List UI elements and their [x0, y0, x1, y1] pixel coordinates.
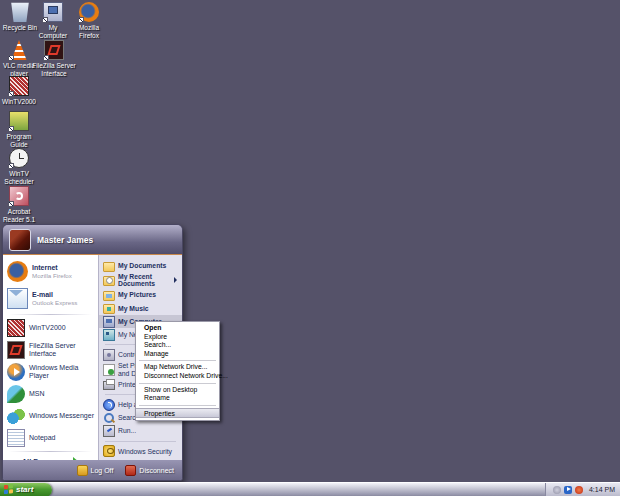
filezilla-icon: [7, 341, 25, 359]
shortcut-arrow-badge: [8, 91, 14, 97]
desktop-icon-wintv2000[interactable]: WinTV2000: [0, 76, 38, 106]
menu-item-label: FileZilla Server Interface: [29, 342, 94, 358]
icon-frame: [9, 76, 29, 96]
submenu-arrow-icon: [174, 277, 177, 283]
icon-frame: [9, 40, 29, 60]
menu-item-label: My Documents: [118, 262, 166, 269]
menu-item-text: InternetMozilla Firefox: [32, 264, 72, 279]
disconnect-button[interactable]: Disconnect: [125, 465, 174, 476]
menu-item-text: Notepad: [29, 434, 55, 442]
context-menu-item-show-on-desktop[interactable]: Show on Desktop: [136, 386, 219, 395]
menu-item-label: My Pictures: [118, 291, 156, 298]
search-icon: [103, 412, 115, 424]
icon-frame: [79, 2, 99, 22]
start-button-label: start: [16, 485, 33, 494]
menu-item-sublabel: Mozilla Firefox: [32, 272, 72, 279]
start-menu-item-e-mail[interactable]: E-mailOutlook Express: [5, 285, 96, 312]
help-icon: [103, 399, 115, 411]
start-menu-item-my-recent-documents[interactable]: My Recent Documents: [99, 272, 182, 288]
desktop-icon-filezilla-server-interface[interactable]: FileZilla Server Interface: [32, 40, 76, 78]
printer-icon: [103, 381, 115, 390]
shortcut-arrow-badge: [8, 163, 14, 169]
vlc-tray-icon[interactable]: [575, 486, 583, 494]
shortcut-arrow-badge: [8, 201, 14, 207]
menu-item-label: E-mail: [32, 291, 77, 299]
pics-icon: [103, 291, 115, 301]
start-menu-item-windows-security[interactable]: Windows Security: [99, 445, 182, 458]
desktop-icon-program-guide[interactable]: Program Guide: [0, 111, 38, 149]
menu-item-label: My Music: [118, 305, 149, 312]
start-menu-item-windows-media-player[interactable]: Windows Media Player: [5, 361, 96, 383]
wmp-icon: [7, 363, 25, 381]
icon-frame: [43, 2, 63, 22]
start-menu-item-my-documents[interactable]: My Documents: [99, 259, 182, 272]
taskbar: start 4:14 PM: [0, 482, 620, 496]
separator: [105, 441, 176, 442]
separator: [139, 405, 216, 406]
desktop: Recycle BinMy ComputerMozilla FirefoxVLC…: [0, 0, 620, 496]
menu-item-label: WinTV2000: [29, 324, 66, 332]
computer-icon: [103, 316, 115, 328]
start-menu-item-wintv2000[interactable]: WinTV2000: [5, 317, 96, 339]
recycle-bin-icon: [10, 2, 30, 22]
start-menu-item-internet[interactable]: InternetMozilla Firefox: [5, 258, 96, 285]
music-icon: [103, 304, 115, 314]
menu-item-label: MSN: [29, 390, 45, 398]
menu-item-text: MSN: [29, 390, 45, 398]
icon-frame: [9, 186, 29, 206]
start-button[interactable]: start: [0, 483, 52, 496]
start-menu-item-run[interactable]: Run...: [99, 425, 182, 438]
menu-item-sublabel: Outlook Express: [32, 299, 77, 306]
control-icon: [103, 349, 115, 361]
desktop-icon-acrobat-reader-5-1[interactable]: Acrobat Reader 5.1: [0, 186, 38, 224]
start-menu-item-filezilla-server-interface[interactable]: FileZilla Server Interface: [5, 339, 96, 361]
volume-tray-icon[interactable]: [553, 486, 561, 494]
context-menu-item-open[interactable]: Open: [136, 324, 219, 333]
menu-item-text: Windows Messenger: [29, 412, 94, 420]
system-tray: 4:14 PM: [545, 483, 620, 496]
context-menu-item-search[interactable]: Search...: [136, 341, 219, 350]
start-menu-item-my-pictures[interactable]: My Pictures: [99, 288, 182, 301]
context-menu-item-explore[interactable]: Explore: [136, 333, 219, 342]
media-player-tray-icon[interactable]: [564, 486, 572, 494]
context-menu-item-map-network-drive[interactable]: Map Network Drive...: [136, 363, 219, 372]
log-off-button[interactable]: Log Off: [77, 465, 114, 476]
context-menu-item-manage[interactable]: Manage: [136, 350, 219, 359]
menu-item-label: Windows Security: [118, 448, 172, 455]
run-icon: [103, 425, 115, 437]
log-off-label: Log Off: [91, 467, 114, 474]
firefox-icon: [7, 261, 28, 282]
disconnect-label: Disconnect: [139, 467, 174, 474]
desktop-icon-label: Program Guide: [0, 133, 38, 149]
desktop-icon-wintv-scheduler[interactable]: WinTV Scheduler: [0, 148, 38, 186]
windows-flag-icon: [4, 485, 13, 494]
context-menu-item-rename[interactable]: Rename: [136, 394, 219, 403]
start-menu-item-notepad[interactable]: Notepad: [5, 427, 96, 449]
start-menu-item-my-music[interactable]: My Music: [99, 302, 182, 315]
context-menu-item-disconnect-network-drive[interactable]: Disconnect Network Drive...: [136, 372, 219, 381]
desktop-icon-label: WinTV Scheduler: [0, 170, 38, 186]
messenger-icon: [7, 407, 25, 425]
menu-item-label: Windows Media Player: [29, 364, 94, 380]
icon-frame: [44, 40, 64, 60]
wintv-icon: [7, 319, 25, 337]
context-menu-item-properties[interactable]: Properties: [136, 408, 219, 418]
desktop-icon-my-computer[interactable]: My Computer: [34, 2, 72, 40]
menu-item-label: Run...: [118, 427, 136, 434]
icon-frame: [9, 148, 29, 168]
start-menu-item-windows-messenger[interactable]: Windows Messenger: [5, 405, 96, 427]
desktop-icon-label: Mozilla Firefox: [70, 24, 108, 40]
context-menu: OpenExploreSearch...ManageMap Network Dr…: [135, 321, 220, 421]
email-icon: [7, 288, 28, 309]
desktop-icon-mozilla-firefox[interactable]: Mozilla Firefox: [70, 2, 108, 40]
shortcut-arrow-badge: [43, 55, 49, 61]
menu-item-label: My Recent Documents: [118, 273, 171, 288]
recent-icon: [103, 276, 115, 286]
shortcut-arrow-badge: [8, 126, 14, 132]
icon-frame: [10, 2, 30, 22]
shortcut-arrow-badge: [8, 55, 14, 61]
desktop-icon-label: FileZilla Server Interface: [32, 62, 76, 78]
start-menu-item-msn[interactable]: MSN: [5, 383, 96, 405]
start-menu-left-column: InternetMozilla FirefoxE-mailOutlook Exp…: [3, 255, 98, 460]
msn-icon: [7, 385, 25, 403]
